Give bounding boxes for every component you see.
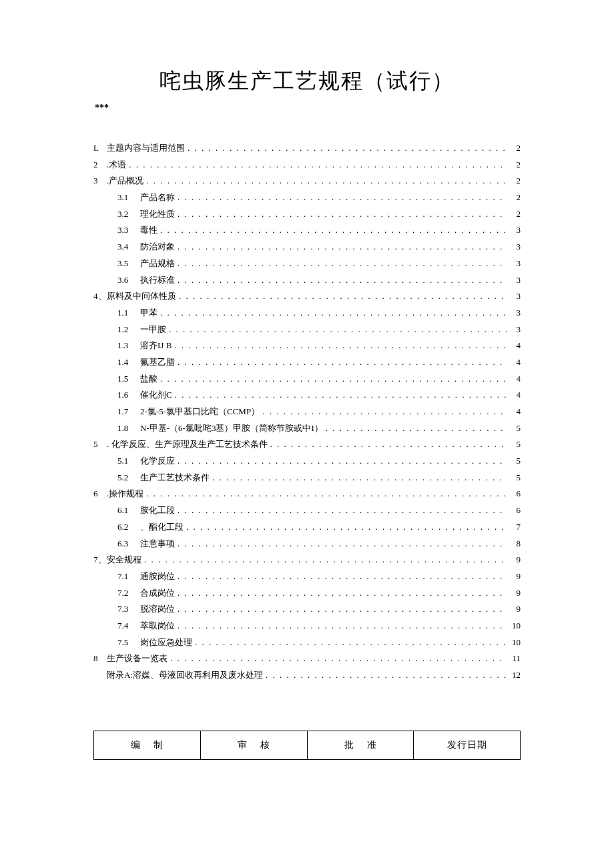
toc-leader-dots xyxy=(169,322,507,338)
toc-leader-dots xyxy=(178,453,507,470)
toc-label: 毒性 xyxy=(140,222,158,239)
toc-page-number: 2 xyxy=(510,189,521,206)
toc-page-number: 2 xyxy=(510,157,521,173)
toc-page-number: 4 xyxy=(510,354,521,371)
toc-number: 6.3 xyxy=(117,536,140,552)
toc-page-number: 10 xyxy=(510,618,521,634)
toc-row: 5.2生产工艺技术条件 5 xyxy=(93,470,521,486)
toc-leader-dots xyxy=(262,404,507,420)
toc-row: 8生产设备一览表 11 xyxy=(93,650,521,667)
toc-page-number: 5 xyxy=(510,453,521,470)
toc-page-number: 3 xyxy=(510,256,521,272)
toc-page-number: 4 xyxy=(510,338,521,354)
toc-row: 3.4防治对象 3 xyxy=(93,239,521,256)
toc-row: 3.6执行标准 3 xyxy=(93,272,521,289)
toc-label: 理化性质 xyxy=(140,206,175,223)
toc-row: 7.2合成岗位 9 xyxy=(93,585,521,602)
toc-label: 盐酸 xyxy=(140,371,158,388)
toc-number: 1.5 xyxy=(117,371,140,388)
toc-page-number: 5 xyxy=(510,436,521,453)
toc-leader-dots xyxy=(326,420,507,437)
toc-label: 岗位应急处理 xyxy=(140,634,192,651)
toc-row: 1.8N-甲基-（6-氯吡咤3基）甲胺（简称节胺或中I） 5 xyxy=(93,420,521,437)
toc-page-number: 3 xyxy=(510,239,521,256)
subtitle: *** xyxy=(95,103,521,113)
toc-label: 甲苯 xyxy=(140,305,158,322)
toc-row: 1.1甲苯 3 xyxy=(93,305,521,322)
toc-leader-dots xyxy=(195,634,507,651)
toc-number: 6.2 xyxy=(117,519,140,536)
toc-number: 1.3 xyxy=(117,338,140,354)
footer-signature-table: 编制 审核 批准 发行日期 xyxy=(93,731,521,760)
toc-row: 3.2理化性质 2 xyxy=(93,206,521,223)
toc-page-number: 9 xyxy=(510,601,521,618)
toc-page-number: 11 xyxy=(510,650,521,667)
toc-label: 2-氯-5-氯甲基口比咤（CCMP） xyxy=(140,404,260,420)
toc-leader-dots xyxy=(186,519,507,536)
toc-row: 6.3注意事项 8 xyxy=(93,536,521,552)
toc-number: 6.1 xyxy=(117,502,140,519)
toc-row: 6.2、酯化工段 7 xyxy=(93,519,521,536)
toc-row: 3.产品概况 2 xyxy=(93,173,521,189)
toc-leader-dots xyxy=(174,338,507,354)
toc-number: 1.2 xyxy=(117,322,140,338)
toc-number: 6 xyxy=(93,486,107,502)
toc-leader-dots xyxy=(160,305,507,322)
toc-page-number: 4 xyxy=(510,404,521,420)
toc-label: 生产设备一览表 xyxy=(107,650,168,667)
toc-number: 7.3 xyxy=(117,601,140,618)
toc-page-number: 3 xyxy=(510,288,521,305)
toc-row: 7.5岗位应急处理 10 xyxy=(93,634,521,651)
toc-label: 催化剂C xyxy=(140,387,172,404)
toc-leader-dots xyxy=(170,650,507,667)
toc-label: .产品概况 xyxy=(107,173,143,189)
toc-number: 5.1 xyxy=(117,453,140,470)
toc-number: 1.7 xyxy=(117,404,140,420)
toc-leader-dots xyxy=(266,667,507,684)
toc-label: 原料及中间体性质 xyxy=(107,288,176,305)
toc-label: 化学反应 xyxy=(140,453,175,470)
toc-label: 、酯化工段 xyxy=(140,519,184,536)
toc-leader-dots xyxy=(175,387,507,404)
toc-label: 生产工艺技术条件 xyxy=(140,470,210,486)
page-title: 咤虫豚生产工艺规程（试行） xyxy=(93,67,521,96)
toc-row: 4、原料及中间体性质 3 xyxy=(93,288,521,305)
toc-label: 通胺岗位 xyxy=(140,568,175,585)
table-row: 编制 审核 批准 发行日期 xyxy=(94,731,521,759)
toc-number: 3 xyxy=(93,173,107,189)
toc-row: 6.1胺化工段 6 xyxy=(93,502,521,519)
toc-leader-dots xyxy=(178,239,507,256)
toc-label: 主题内容与适用范围 xyxy=(107,140,185,157)
toc-leader-dots xyxy=(178,354,507,371)
toc-page-number: 9 xyxy=(510,585,521,602)
toc-leader-dots xyxy=(178,189,507,206)
toc-leader-dots xyxy=(178,206,507,223)
toc-leader-dots xyxy=(178,536,507,552)
toc-leader-dots xyxy=(178,502,507,519)
toc-label: 执行标准 xyxy=(140,272,175,289)
toc-number: 3.4 xyxy=(117,239,140,256)
toc-page-number: 3 xyxy=(510,322,521,338)
toc-page-number: 5 xyxy=(510,470,521,486)
toc-page-number: 2 xyxy=(510,206,521,223)
toc-page-number: 9 xyxy=(510,568,521,585)
toc-number: 7、 xyxy=(93,552,107,568)
toc-row: 2.术语 2 xyxy=(93,157,521,173)
toc-row: L主题内容与适用范围 2 xyxy=(93,140,521,157)
toc-page-number: 6 xyxy=(510,486,521,502)
toc-leader-dots xyxy=(178,618,507,634)
footer-cell-approve: 批准 xyxy=(307,731,414,759)
toc-number: 7.5 xyxy=(117,634,140,651)
toc-number: 1.8 xyxy=(117,420,140,437)
toc-page-number: 8 xyxy=(510,536,521,552)
toc-row: 7.3脱溶岗位 9 xyxy=(93,601,521,618)
toc-page-number: 2 xyxy=(510,173,521,189)
toc-row: 5.1化学反应 5 xyxy=(93,453,521,470)
toc-label: 产品规格 xyxy=(140,256,175,272)
toc-leader-dots xyxy=(160,371,507,388)
toc-number: 2 xyxy=(93,157,107,173)
table-of-contents: L主题内容与适用范围 22.术语 23.产品概况 23.1产品名称 23.2理化… xyxy=(93,140,521,684)
toc-leader-dots xyxy=(178,568,507,585)
toc-number: 7.1 xyxy=(117,568,140,585)
toc-page-number: 7 xyxy=(510,519,521,536)
